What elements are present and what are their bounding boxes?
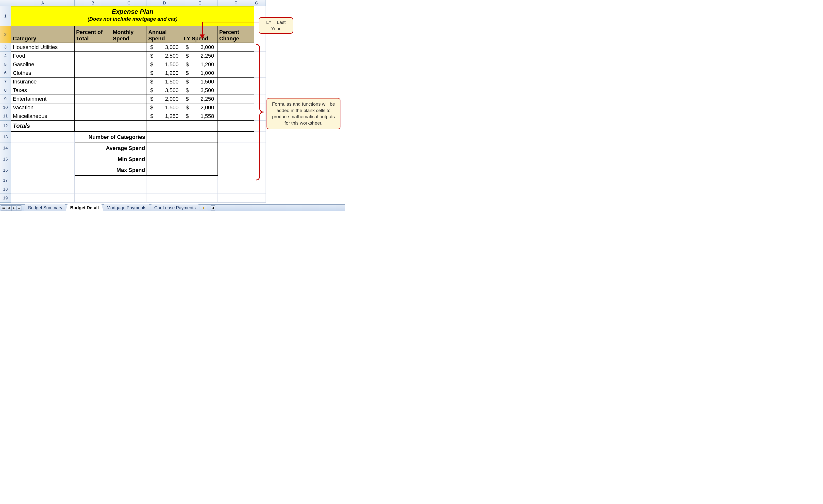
new-sheet-button[interactable]: ✦ [199, 205, 208, 211]
cell-G19[interactable] [254, 194, 266, 203]
cell-annual[interactable]: $1,200 [147, 69, 182, 77]
row-header-1[interactable]: 1 [0, 6, 11, 26]
cell-F12[interactable] [218, 120, 254, 132]
cell-B11[interactable] [74, 112, 111, 120]
cell-F11[interactable] [218, 112, 254, 120]
cell-C4[interactable] [111, 52, 147, 60]
cell-category[interactable]: Taxes [11, 86, 74, 95]
cell-C7[interactable] [111, 77, 147, 86]
cell-F5[interactable] [218, 60, 254, 69]
cell-C12[interactable] [111, 120, 147, 132]
cell-D17[interactable] [147, 176, 182, 185]
cell-category[interactable]: Gasoline [11, 60, 74, 69]
cell-annual[interactable]: $1,500 [147, 103, 182, 112]
cell-ly[interactable]: $2,250 [182, 95, 218, 103]
cell-B10[interactable] [74, 103, 111, 112]
cell-E18[interactable] [182, 185, 218, 194]
cell-C5[interactable] [111, 60, 147, 69]
cell-annual[interactable]: $1,500 [147, 77, 182, 86]
header-monthly-spend[interactable]: Monthly Spend [111, 26, 147, 43]
cell-B17[interactable] [74, 176, 111, 185]
cell-annual[interactable]: $2,000 [147, 95, 182, 103]
col-header-G[interactable]: G [254, 0, 266, 6]
row-header-9[interactable]: 9 [0, 95, 11, 103]
cell-ly[interactable]: $2,000 [182, 103, 218, 112]
cell-B6[interactable] [74, 69, 111, 77]
cell-D19[interactable] [147, 194, 182, 203]
cell-D16[interactable] [147, 165, 182, 176]
cell-category[interactable]: Insurance [11, 77, 74, 86]
header-percent-total[interactable]: Percent of Total [74, 26, 111, 43]
cell-F7[interactable] [218, 77, 254, 86]
row-header-17[interactable]: 17 [0, 176, 11, 185]
cell-annual[interactable]: $2,500 [147, 52, 182, 60]
cell-C9[interactable] [111, 95, 147, 103]
cell-A14[interactable] [11, 143, 74, 154]
cell-F19[interactable] [218, 194, 254, 203]
col-header-D[interactable]: D [147, 0, 182, 6]
tab-nav-next[interactable]: ▶ [11, 205, 16, 211]
cell-A15[interactable] [11, 154, 74, 165]
cell-C10[interactable] [111, 103, 147, 112]
row-header-7[interactable]: 7 [0, 77, 11, 86]
cell-C6[interactable] [111, 69, 147, 77]
cell-B4[interactable] [74, 52, 111, 60]
row-header-10[interactable]: 10 [0, 103, 11, 112]
row-header-3[interactable]: 3 [0, 43, 11, 52]
cell-E12[interactable] [182, 120, 218, 132]
header-category[interactable]: Category [11, 26, 74, 43]
cell-category[interactable]: Miscellaneous [11, 112, 74, 120]
cell-B5[interactable] [74, 60, 111, 69]
tab-nav-first[interactable]: ⏮ [1, 205, 6, 211]
cell-A16[interactable] [11, 165, 74, 176]
cell-D14[interactable] [147, 143, 182, 154]
summary-label[interactable]: Max Spend [74, 165, 147, 176]
cell-F18[interactable] [218, 185, 254, 194]
sheet-tab[interactable]: Budget Detail [65, 204, 104, 212]
select-all-corner[interactable] [0, 0, 11, 6]
cell-B18[interactable] [74, 185, 111, 194]
col-header-B[interactable]: B [74, 0, 111, 6]
cell-E13[interactable] [182, 132, 218, 143]
cell-ly[interactable]: $3,500 [182, 86, 218, 95]
row-header-16[interactable]: 16 [0, 165, 11, 176]
cell-category[interactable]: Vacation [11, 103, 74, 112]
cell-C3[interactable] [111, 43, 147, 52]
row-header-11[interactable]: 11 [0, 112, 11, 120]
sheet-tab[interactable]: Car Lease Payments [150, 204, 200, 212]
cell-B7[interactable] [74, 77, 111, 86]
cell-E17[interactable] [182, 176, 218, 185]
row-header-6[interactable]: 6 [0, 69, 11, 77]
cell-F17[interactable] [218, 176, 254, 185]
row-header-13[interactable]: 13 [0, 132, 11, 143]
tab-scroll-left[interactable]: ◀ [211, 205, 215, 211]
cell-B8[interactable] [74, 86, 111, 95]
cell-D18[interactable] [147, 185, 182, 194]
cell-F13[interactable] [218, 132, 254, 143]
cell-category[interactable]: Food [11, 52, 74, 60]
cell-A18[interactable] [11, 185, 74, 194]
col-header-C[interactable]: C [111, 0, 147, 6]
header-percent-change[interactable]: Percent Change [218, 26, 254, 43]
cell-annual[interactable]: $3,500 [147, 86, 182, 95]
cell-ly[interactable]: $1,000 [182, 69, 218, 77]
cell-F10[interactable] [218, 103, 254, 112]
row-header-19[interactable]: 19 [0, 194, 11, 203]
cell-C11[interactable] [111, 112, 147, 120]
cell-B3[interactable] [74, 43, 111, 52]
cell-ly[interactable]: $1,200 [182, 60, 218, 69]
totals-label[interactable]: Totals [11, 120, 74, 132]
summary-label[interactable]: Average Spend [74, 143, 147, 154]
row-header-8[interactable]: 8 [0, 86, 11, 95]
tab-nav-last[interactable]: ⏭ [16, 205, 21, 211]
summary-label[interactable]: Number of Categories [74, 132, 147, 143]
cell-category[interactable]: Entertainment [11, 95, 74, 103]
cell-ly[interactable]: $2,250 [182, 52, 218, 60]
col-header-A[interactable]: A [11, 0, 74, 6]
cell-D13[interactable] [147, 132, 182, 143]
tab-nav-prev[interactable]: ◀ [6, 205, 11, 211]
cell-F14[interactable] [218, 143, 254, 154]
cell-F15[interactable] [218, 154, 254, 165]
cell-annual[interactable]: $1,250 [147, 112, 182, 120]
cell-B19[interactable] [74, 194, 111, 203]
